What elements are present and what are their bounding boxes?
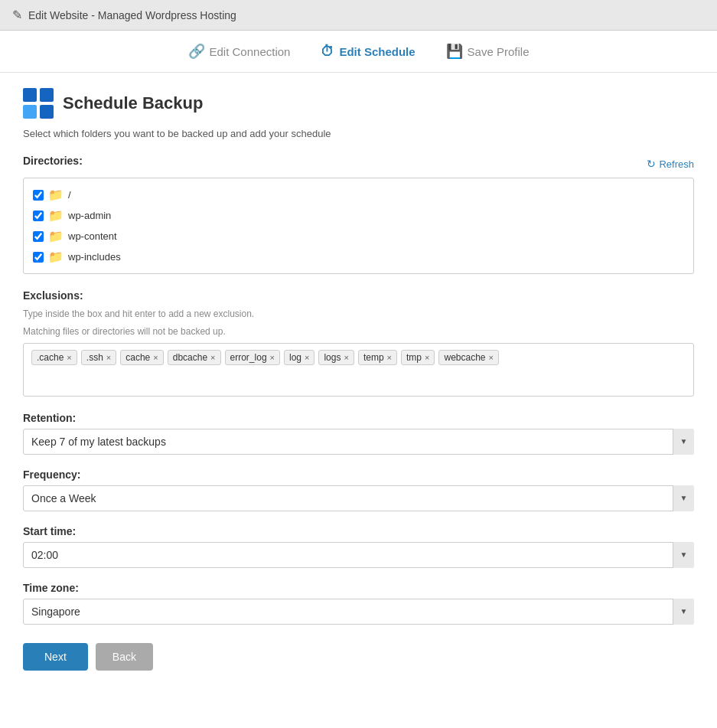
timezone-label: Time zone: bbox=[23, 582, 694, 594]
refresh-label: Refresh bbox=[659, 158, 694, 170]
tag-log: log × bbox=[284, 350, 315, 365]
start-time-select[interactable]: 00:00 01:00 02:00 03:00 04:00 05:00 06:0… bbox=[23, 542, 694, 568]
directories-box: 📁 / 📁 wp-admin 📁 wp-content 📁 wp-includ bbox=[23, 178, 694, 274]
start-time-section: Start time: 00:00 01:00 02:00 03:00 04:0… bbox=[23, 525, 694, 568]
tag-logs: logs × bbox=[318, 350, 354, 365]
dir-checkbox-wp-content[interactable] bbox=[33, 231, 44, 242]
exclusions-box[interactable]: .cache × .ssh × cache × dbcache × error_… bbox=[23, 343, 694, 397]
page-title: Schedule Backup bbox=[63, 93, 203, 113]
page-subtitle: Select which folders you want to be back… bbox=[23, 128, 694, 139]
timezone-select[interactable]: Singapore UTC US/Eastern US/Pacific Euro… bbox=[23, 599, 694, 625]
retention-wrapper: Keep 3 of my latest backups Keep 5 of my… bbox=[23, 429, 694, 455]
tag-remove-dbcache[interactable]: × bbox=[210, 353, 215, 362]
refresh-button[interactable]: ↻ Refresh bbox=[647, 158, 694, 170]
tag-cache: cache × bbox=[120, 350, 163, 365]
nav-edit-schedule[interactable]: ⏱ Edit Schedule bbox=[321, 44, 415, 60]
title-bar-text: Edit Website - Managed Wordpress Hosting bbox=[28, 9, 236, 21]
folder-icon-wp-admin: 📁 bbox=[48, 208, 64, 223]
connection-icon: 🔗 bbox=[188, 43, 205, 60]
dir-item-wp-content: 📁 wp-content bbox=[33, 226, 684, 246]
next-button[interactable]: Next bbox=[23, 643, 88, 671]
nav-save-profile[interactable]: 💾 Save Profile bbox=[446, 43, 530, 60]
svg-rect-0 bbox=[23, 88, 37, 102]
tag-error-log: error_log × bbox=[225, 350, 280, 365]
dir-name-wp-content: wp-content bbox=[68, 230, 117, 242]
retention-section: Retention: Keep 3 of my latest backups K… bbox=[23, 412, 694, 455]
dir-checkbox-root[interactable] bbox=[33, 190, 44, 201]
tag-remove-cache[interactable]: × bbox=[153, 353, 158, 362]
tag-webcache: webcache × bbox=[438, 350, 498, 365]
frequency-label: Frequency: bbox=[23, 468, 694, 481]
refresh-icon: ↻ bbox=[647, 158, 656, 170]
nav-edit-connection-label: Edit Connection bbox=[210, 45, 291, 58]
retention-select[interactable]: Keep 3 of my latest backups Keep 5 of my… bbox=[23, 429, 694, 455]
main-container: 🔗 Edit Connection ⏱ Edit Schedule 💾 Save… bbox=[0, 31, 717, 728]
folder-icon-root: 📁 bbox=[48, 188, 64, 202]
wordpress-icon bbox=[23, 88, 54, 119]
timezone-wrapper: Singapore UTC US/Eastern US/Pacific Euro… bbox=[23, 599, 694, 625]
dir-checkbox-wp-admin[interactable] bbox=[33, 211, 44, 221]
dir-name-wp-includes: wp-includes bbox=[68, 251, 121, 263]
tag-remove-tmp[interactable]: × bbox=[425, 353, 429, 362]
nav-save-profile-label: Save Profile bbox=[468, 45, 530, 58]
frequency-select[interactable]: Once a Day Once a Week Once a Month bbox=[23, 485, 694, 511]
directories-header: Directories: ↻ Refresh bbox=[23, 155, 694, 173]
schedule-icon: ⏱ bbox=[321, 44, 334, 60]
exclusions-section: Exclusions: Type inside the box and hit … bbox=[23, 289, 694, 397]
tag-remove-dotcache[interactable]: × bbox=[67, 353, 71, 362]
frequency-section: Frequency: Once a Day Once a Week Once a… bbox=[23, 468, 694, 511]
tag-dbcache: dbcache × bbox=[168, 350, 221, 365]
edit-icon: ✎ bbox=[12, 8, 22, 22]
dir-item-wp-includes: 📁 wp-includes bbox=[33, 246, 684, 267]
title-bar: ✎ Edit Website - Managed Wordpress Hosti… bbox=[0, 0, 717, 31]
tag-remove-logs[interactable]: × bbox=[344, 353, 348, 362]
tag-remove-error-log[interactable]: × bbox=[270, 353, 275, 362]
retention-label: Retention: bbox=[23, 412, 694, 424]
dir-item-root: 📁 / bbox=[33, 184, 684, 205]
top-nav: 🔗 Edit Connection ⏱ Edit Schedule 💾 Save… bbox=[0, 31, 717, 73]
directories-label: Directories: bbox=[23, 155, 83, 167]
dir-name-root: / bbox=[68, 189, 71, 201]
buttons-row: Next Back bbox=[23, 643, 694, 671]
exclusions-hint1: Type inside the box and hit enter to add… bbox=[23, 308, 694, 321]
save-icon: 💾 bbox=[446, 43, 463, 60]
svg-rect-1 bbox=[40, 88, 54, 102]
exclusions-label: Exclusions: bbox=[23, 289, 694, 302]
start-time-label: Start time: bbox=[23, 525, 694, 537]
tag-temp: temp × bbox=[358, 350, 397, 365]
folder-icon-wp-includes: 📁 bbox=[48, 250, 64, 264]
page-header: Schedule Backup bbox=[23, 88, 694, 119]
nav-edit-connection[interactable]: 🔗 Edit Connection bbox=[188, 43, 291, 60]
tag-remove-dotssh[interactable]: × bbox=[106, 353, 111, 362]
tag-remove-temp[interactable]: × bbox=[387, 353, 392, 362]
dir-name-wp-admin: wp-admin bbox=[68, 210, 111, 221]
tag-remove-webcache[interactable]: × bbox=[489, 353, 494, 362]
folder-icon-wp-content: 📁 bbox=[48, 229, 64, 243]
start-time-wrapper: 00:00 01:00 02:00 03:00 04:00 05:00 06:0… bbox=[23, 542, 694, 568]
svg-rect-2 bbox=[23, 105, 37, 119]
svg-rect-3 bbox=[40, 105, 54, 119]
content-area: Schedule Backup Select which folders you… bbox=[0, 73, 717, 694]
nav-edit-schedule-label: Edit Schedule bbox=[339, 45, 415, 58]
tag-remove-log[interactable]: × bbox=[305, 353, 309, 362]
tag-tmp: tmp × bbox=[401, 350, 435, 365]
back-button[interactable]: Back bbox=[96, 643, 153, 671]
dir-checkbox-wp-includes[interactable] bbox=[33, 252, 44, 263]
directories-section: Directories: ↻ Refresh 📁 / 📁 wp-admin bbox=[23, 155, 694, 274]
timezone-section: Time zone: Singapore UTC US/Eastern US/P… bbox=[23, 582, 694, 625]
dir-item-wp-admin: 📁 wp-admin bbox=[33, 205, 684, 226]
frequency-wrapper: Once a Day Once a Week Once a Month ▼ bbox=[23, 485, 694, 511]
tag-dotssh: .ssh × bbox=[81, 350, 116, 365]
exclusions-hint2: Matching files or directories will not b… bbox=[23, 325, 694, 338]
tag-dotcache: .cache × bbox=[31, 350, 77, 365]
